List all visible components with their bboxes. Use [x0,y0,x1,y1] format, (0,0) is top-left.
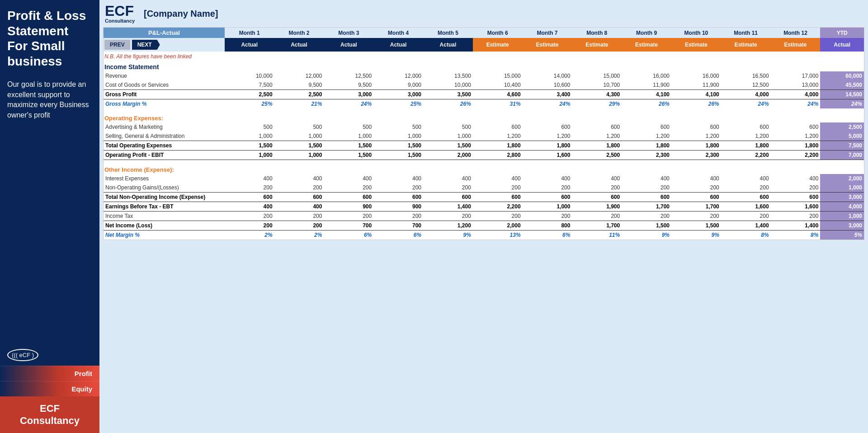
tax-11: 200 [721,211,771,221]
gp-2: 2,500 [274,90,324,99]
ebt-ytd: 4,000 [820,202,864,211]
nog-8: 200 [572,183,622,193]
month12-header: Month 12 [771,28,821,38]
op-4: 1,500 [373,151,423,160]
ebt-11: 1,600 [721,202,771,211]
cogs-3: 9,500 [324,80,373,90]
actual-4: Actual [373,38,423,52]
ecf-header-logo: ECF Consultancy [105,4,135,24]
ni-12: 1,400 [771,221,821,230]
actual-2: Actual [274,38,324,52]
gp-11: 4,000 [721,90,771,99]
nav-cell: PREV NEXT [104,38,225,52]
next-button[interactable]: NEXT [132,40,160,50]
gm-3: 24% [324,99,373,109]
advertising-label: Advertising & Marketing [104,122,225,132]
nm-10: 9% [671,230,721,240]
tax-9: 200 [622,211,671,221]
adv-12: 600 [771,122,821,132]
tno-1: 600 [225,192,274,202]
note-row: N.B. All the figures have been linked [104,52,864,61]
toe-7: 1,800 [523,141,572,151]
nm-4: 6% [373,230,423,240]
int-1: 400 [225,174,274,183]
sidebar-logo: ((( eCF ) [0,344,99,366]
nm-7: 6% [523,230,572,240]
sidebar-tagline: Our goal is to provide an excellent supp… [0,74,99,344]
gp-8: 4,300 [572,90,622,99]
ebt-4: 900 [373,202,423,211]
ecf-header-sub: Consultancy [105,18,135,24]
op-exp-header: Operating Expenses: [104,112,864,122]
sidebar-title: Profit & Loss Statement For Small busine… [0,0,99,74]
non-op-gains-label: Non-Operating Gains/(Losses) [104,183,225,193]
tno-11: 600 [721,192,771,202]
op-profit-row: Operating Profit - EBIT 1,000 1,000 1,50… [104,151,864,160]
int-3: 400 [324,174,373,183]
op-11: 2,200 [721,151,771,160]
rev-ytd: 60,000 [820,71,864,80]
sga-row: Selling, General & Administration 1,000 … [104,132,864,141]
gross-margin-row: Gross Margin % 25% 21% 24% 25% 26% 31% 2… [104,99,864,109]
sidebar-nav-profit[interactable]: Profit [0,366,99,381]
nog-10: 200 [671,183,721,193]
month4-header: Month 4 [373,28,423,38]
toe-6: 1,800 [473,141,523,151]
gp-3: 3,000 [324,90,373,99]
toe-11: 1,800 [721,141,771,151]
month5-header: Month 5 [423,28,473,38]
nog-2: 200 [274,183,324,193]
nm-11: 8% [721,230,771,240]
int-11: 400 [721,174,771,183]
ni-3: 700 [324,221,373,230]
pl-actual-header: P&L-Actual [104,28,225,38]
prev-button[interactable]: PREV [104,40,130,50]
ecf-header-text: ECF [105,4,134,18]
tax-7: 200 [523,211,572,221]
cogs-6: 10,400 [473,80,523,90]
sga-6: 1,200 [473,132,523,141]
ni-4: 700 [373,221,423,230]
int-4: 400 [373,174,423,183]
int-2: 400 [274,174,324,183]
toe-12: 1,800 [771,141,821,151]
cogs-7: 10,600 [523,80,572,90]
sga-8: 1,200 [572,132,622,141]
op-12: 2,200 [771,151,821,160]
toe-ytd: 7,500 [820,141,864,151]
actual-3: Actual [324,38,373,52]
estimate-6: Estimate [473,38,523,52]
tno-3: 600 [324,192,373,202]
cogs-label: Cost of Goods or Services [104,80,225,90]
ebt-8: 1,900 [572,202,622,211]
sga-12: 1,200 [771,132,821,141]
sga-1: 1,000 [225,132,274,141]
toe-2: 1,500 [274,141,324,151]
rev-10: 16,000 [671,71,721,80]
tno-2: 600 [274,192,324,202]
month11-header: Month 11 [721,28,771,38]
sidebar-nav-equity[interactable]: Equity [0,381,99,396]
tno-10: 600 [671,192,721,202]
int-8: 400 [572,174,622,183]
month9-header: Month 9 [622,28,671,38]
nog-6: 200 [473,183,523,193]
company-name[interactable]: [Company Name] [144,9,218,19]
op-8: 2,500 [572,151,622,160]
nm-ytd: 5% [820,230,864,240]
nm-1: 2% [225,230,274,240]
tax-ytd: 1,000 [820,211,864,221]
gm-8: 29% [572,99,622,109]
nm-8: 11% [572,230,622,240]
int-12: 400 [771,174,821,183]
adv-10: 600 [671,122,721,132]
sga-7: 1,200 [523,132,572,141]
gp-7: 3,400 [523,90,572,99]
ebt-row: Earnings Before Tax - EBT 400 400 900 90… [104,202,864,211]
op-exp-label: Operating Expenses: [104,112,864,122]
income-statement-label: Income Statement [104,61,864,71]
nm-2: 2% [274,230,324,240]
nog-5: 200 [423,183,473,193]
toe-10: 1,800 [671,141,721,151]
table-container: P&L-Actual Month 1 Month 2 Month 3 Month… [99,27,868,433]
